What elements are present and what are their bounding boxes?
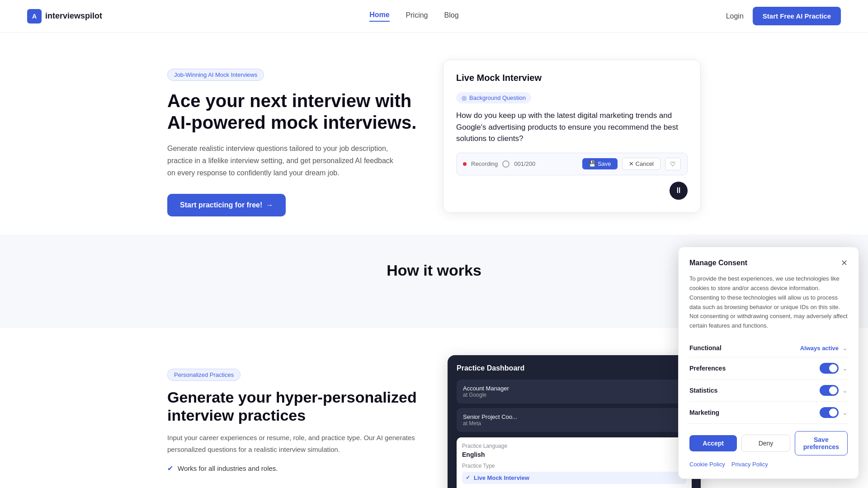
nav-pricing[interactable]: Pricing bbox=[406, 11, 428, 21]
statistics-chevron-icon: ⌄ bbox=[842, 387, 848, 394]
cancel-icon: ✕ bbox=[629, 160, 634, 167]
row-name-1: Account Manager bbox=[463, 385, 685, 392]
cookie-policy-link[interactable]: Cookie Policy bbox=[689, 461, 725, 468]
lang-value: English bbox=[462, 451, 686, 458]
preferences-chevron-icon: ⌄ bbox=[842, 365, 848, 372]
save-button[interactable]: 💾 Save bbox=[582, 158, 618, 169]
consent-links: Cookie Policy Privacy Policy bbox=[689, 461, 848, 468]
recording-label: Recording bbox=[471, 160, 498, 167]
practice-type-dropdown[interactable]: Practice Language English Practice Type … bbox=[457, 437, 692, 488]
question-chip: ◎ Background Question bbox=[456, 92, 531, 103]
recording-circle-icon bbox=[502, 160, 509, 168]
time-display: 001/200 bbox=[514, 160, 535, 167]
dropdown-item-live[interactable]: ✓ Live Mock Interview bbox=[462, 472, 686, 484]
consent-functional-row[interactable]: Functional Always active ⌄ bbox=[689, 339, 848, 357]
hero-right: Live Mock Interview ◎ Background Questio… bbox=[443, 60, 701, 213]
personalized-right: Practice Dashboard Account Manager at Go… bbox=[448, 355, 701, 488]
recording-bar: Recording 001/200 💾 Save ✕ Cancel ♡ bbox=[456, 153, 688, 175]
dashboard-card: Practice Dashboard Account Manager at Go… bbox=[448, 355, 701, 488]
login-button[interactable]: Login bbox=[726, 12, 744, 20]
navbar-right: Login Start Free AI Practice bbox=[726, 7, 841, 25]
consent-description: To provide the best experiences, we use … bbox=[689, 274, 848, 331]
feature-text-1: Works for all industries and roles. bbox=[178, 465, 278, 472]
save-icon: 💾 bbox=[589, 160, 596, 167]
row-name-2: Senior Project Coo... bbox=[463, 413, 685, 420]
mock-interview-card: Live Mock Interview ◎ Background Questio… bbox=[443, 60, 701, 213]
hero-description: Generate realistic interview questions t… bbox=[167, 142, 402, 179]
preferences-toggle[interactable] bbox=[820, 363, 839, 374]
type-label: Practice Type bbox=[462, 463, 686, 469]
recording-dot bbox=[463, 162, 467, 166]
dashboard-title: Practice Dashboard bbox=[457, 364, 692, 372]
preferences-right: ⌄ bbox=[820, 363, 848, 374]
logo-text: interviewspilot bbox=[45, 11, 102, 21]
functional-right: Always active ⌄ bbox=[800, 344, 848, 352]
feature-item-1: ✔ Works for all industries and roles. bbox=[167, 464, 420, 473]
start-free-button[interactable]: Start Free AI Practice bbox=[753, 7, 841, 25]
privacy-policy-link[interactable]: Privacy Policy bbox=[731, 461, 768, 468]
row-company-1: at Google bbox=[463, 392, 685, 398]
logo-link[interactable]: A interviewspilot bbox=[27, 9, 102, 23]
statistics-label: Statistics bbox=[689, 387, 717, 394]
consent-actions: Accept Deny Save preferences bbox=[689, 431, 848, 455]
check-icon-1: ✔ bbox=[167, 464, 173, 473]
row-company-2: at Meta bbox=[463, 420, 685, 427]
consent-statistics-row[interactable]: Statistics ⌄ bbox=[689, 380, 848, 402]
chip-icon: ◎ bbox=[462, 94, 467, 101]
check-selected-icon: ✓ bbox=[466, 474, 470, 481]
personalized-title: Generate your hyper-personalized intervi… bbox=[167, 388, 420, 425]
nav-blog[interactable]: Blog bbox=[444, 11, 459, 21]
statistics-right: ⌄ bbox=[820, 385, 848, 396]
dashboard-row-1[interactable]: Account Manager at Google bbox=[457, 380, 692, 404]
consent-header: Manage Consent ✕ bbox=[689, 258, 848, 268]
deny-button[interactable]: Deny bbox=[741, 435, 790, 452]
nav-home[interactable]: Home bbox=[369, 11, 389, 22]
question-text: How do you keep up with the latest digit… bbox=[456, 110, 688, 145]
cancel-button[interactable]: ✕ Cancel bbox=[622, 158, 660, 170]
functional-label: Functional bbox=[689, 344, 722, 352]
personalized-left: Personalized Practices Generate your hyp… bbox=[167, 355, 420, 478]
functional-status: Always active bbox=[800, 345, 839, 352]
hero-cta-button[interactable]: Start practicing for free! → bbox=[167, 194, 286, 216]
consent-marketing-row[interactable]: Marketing ⌄ bbox=[689, 402, 848, 424]
accept-button[interactable]: Accept bbox=[689, 435, 737, 451]
consent-title: Manage Consent bbox=[689, 259, 747, 267]
nav-links: Home Pricing Blog bbox=[369, 11, 458, 22]
save-preferences-button[interactable]: Save preferences bbox=[795, 431, 848, 455]
mock-card-title: Live Mock Interview bbox=[456, 73, 688, 83]
marketing-chevron-icon: ⌄ bbox=[842, 409, 848, 416]
consent-modal: Manage Consent ✕ To provide the best exp… bbox=[678, 247, 859, 479]
marketing-right: ⌄ bbox=[820, 407, 848, 418]
lang-label: Practice Language bbox=[462, 443, 686, 449]
hero-title: Ace your next interview with AI-powered … bbox=[167, 90, 425, 133]
logo-icon: A bbox=[27, 9, 42, 23]
statistics-toggle[interactable] bbox=[820, 385, 839, 396]
pause-button[interactable]: ⏸ bbox=[670, 182, 688, 200]
marketing-toggle[interactable] bbox=[820, 407, 839, 418]
personalized-badge: Personalized Practices bbox=[167, 369, 241, 381]
heart-button[interactable]: ♡ bbox=[665, 158, 681, 170]
marketing-label: Marketing bbox=[689, 409, 719, 416]
hero-section: Job-Winning AI Mock Interviews Ace your … bbox=[140, 33, 728, 235]
preferences-label: Preferences bbox=[689, 365, 726, 372]
dashboard-row-2[interactable]: Senior Project Coo... at Meta bbox=[457, 408, 692, 432]
consent-preferences-row[interactable]: Preferences ⌄ bbox=[689, 357, 848, 380]
consent-close-button[interactable]: ✕ bbox=[841, 258, 848, 268]
navbar: A interviewspilot Home Pricing Blog Logi… bbox=[0, 0, 868, 33]
personalized-section: Personalized Practices Generate your hyp… bbox=[140, 328, 728, 488]
hero-left: Job-Winning AI Mock Interviews Ace your … bbox=[167, 60, 425, 216]
hero-badge: Job-Winning AI Mock Interviews bbox=[167, 69, 264, 81]
arrow-icon: → bbox=[266, 201, 273, 209]
functional-chevron-icon: ⌄ bbox=[842, 344, 848, 352]
dropdown-item-stress[interactable]: Stress Interview bbox=[462, 484, 686, 488]
personalized-desc: Input your career experiences or resume,… bbox=[167, 432, 420, 455]
